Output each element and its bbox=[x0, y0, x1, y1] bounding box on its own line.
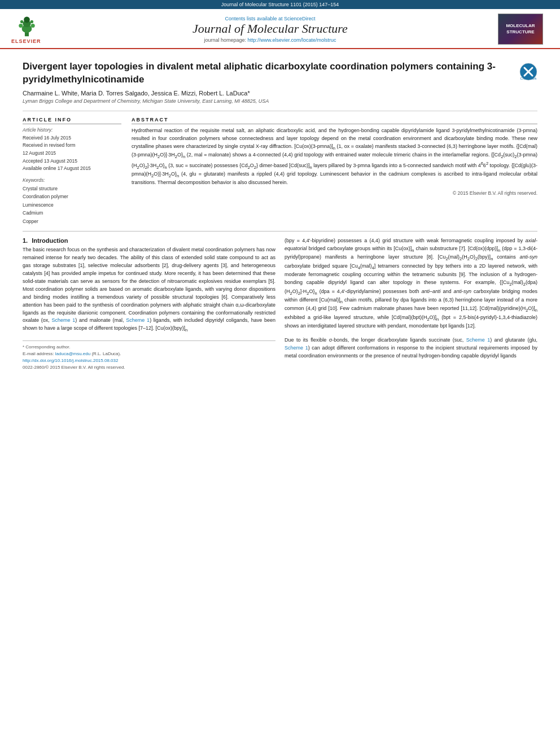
journal-homepage-line: journal homepage: http://www.elsevier.co… bbox=[42, 37, 498, 43]
abstract-text: Hydrothermal reaction of the requisite m… bbox=[132, 127, 537, 187]
journal-header: ELSEVIER Contents lists available at Sci… bbox=[0, 9, 560, 49]
keyword-copper: Copper bbox=[23, 217, 121, 225]
svg-point-4 bbox=[19, 24, 23, 28]
svg-point-6 bbox=[20, 20, 23, 23]
svg-rect-0 bbox=[25, 32, 29, 36]
received-revised-date: 12 August 2015 bbox=[23, 150, 121, 158]
article-info-heading: Article Info bbox=[23, 117, 121, 124]
elsevier-tree-icon bbox=[11, 15, 42, 37]
keyword-luminescence: Luminescence bbox=[23, 201, 121, 209]
doi-link[interactable]: http://dx.doi.org/10.1016/j.molstruc.201… bbox=[23, 358, 118, 363]
email-suffix: (R.L. LaDuca). bbox=[91, 351, 121, 356]
abstract-col: Abstract Hydrothermal reaction of the re… bbox=[132, 117, 537, 225]
received-date: Received 16 July 2015 bbox=[23, 134, 121, 142]
journal-bar: Journal of Molecular Structure 1101 (201… bbox=[0, 0, 560, 9]
scheme1-link-4[interactable]: Scheme 1 bbox=[285, 345, 308, 351]
page-wrapper: Journal of Molecular Structure 1101 (201… bbox=[0, 0, 560, 377]
svg-point-5 bbox=[31, 24, 35, 28]
journal-bar-text: Journal of Molecular Structure 1101 (201… bbox=[221, 2, 339, 7]
scheme1-link-3[interactable]: Scheme 1 bbox=[466, 337, 490, 343]
article-info-abstract: Article Info Article history: Received 1… bbox=[23, 111, 537, 225]
available-date: Available online 17 August 2015 bbox=[23, 165, 121, 173]
article-content: Divergent layer topologies in divalent m… bbox=[0, 49, 560, 377]
email-note: E-mail address: laduca@msu.edu (R.L. LaD… bbox=[23, 351, 275, 357]
journal-header-center: Contents lists available at ScienceDirec… bbox=[42, 16, 498, 43]
corresponding-label: * Corresponding author. bbox=[23, 344, 71, 350]
authors-line: Charmaine L. White, Maria D. Torres Salg… bbox=[23, 90, 513, 97]
authors-text: Charmaine L. White, Maria D. Torres Salg… bbox=[23, 90, 250, 97]
body-col-left: 1. Introduction The basic research focus… bbox=[23, 237, 275, 371]
sciencedirect-line: Contents lists available at ScienceDirec… bbox=[42, 16, 498, 21]
scheme1-link-2[interactable]: Scheme 1 bbox=[126, 317, 150, 323]
keywords-section: Keywords: Crystal structure Coordination… bbox=[23, 177, 121, 225]
section-divider bbox=[23, 231, 537, 231]
article-info-col: Article Info Article history: Received 1… bbox=[23, 117, 121, 225]
intro-title: Introduction bbox=[32, 237, 68, 244]
corresponding-author-note: * Corresponding author. bbox=[23, 344, 275, 351]
intro-number: 1. bbox=[23, 237, 28, 244]
keyword-cadmium: Cadmium bbox=[23, 209, 121, 217]
scheme1-link-1[interactable]: Scheme 1 bbox=[52, 317, 76, 323]
email-label: E-mail address: bbox=[23, 351, 54, 356]
mol-struct-logo-container: MOLECULAR STRUCTURE bbox=[498, 14, 549, 45]
affiliation-line: Lyman Briggs College and Department of C… bbox=[23, 98, 513, 104]
homepage-label: journal homepage: bbox=[204, 37, 246, 43]
article-title: Divergent layer topologies in divalent m… bbox=[23, 60, 513, 86]
doi-line: http://dx.doi.org/10.1016/j.molstruc.201… bbox=[23, 357, 275, 364]
issn-line: 0022-2860/© 2015 Elsevier B.V. All right… bbox=[23, 364, 275, 371]
elsevier-logo: ELSEVIER bbox=[11, 15, 42, 44]
mol-struct-logo-text: MOLECULAR STRUCTURE bbox=[498, 21, 542, 37]
elsevier-label: ELSEVIER bbox=[11, 38, 41, 44]
mol-struct-logo: MOLECULAR STRUCTURE bbox=[498, 14, 543, 45]
abstract-heading: Abstract bbox=[132, 117, 537, 124]
crossmark-badge[interactable]: CrossMark bbox=[519, 63, 537, 81]
keyword-coordination: Coordination polymer bbox=[23, 193, 121, 200]
article-title-section: Divergent layer topologies in divalent m… bbox=[23, 55, 537, 111]
keywords-heading: Keywords: bbox=[23, 177, 121, 183]
sciencedirect-link[interactable]: ScienceDirect bbox=[284, 16, 316, 21]
shows-word: shows bbox=[285, 323, 299, 329]
svg-point-7 bbox=[30, 20, 33, 23]
keyword-crystal: Crystal structure bbox=[23, 185, 121, 193]
received-revised-label: Received in revised form bbox=[23, 142, 121, 150]
history-label: Article history: bbox=[23, 127, 121, 133]
synthesis-word: synthesis bbox=[97, 247, 118, 252]
email-link[interactable]: laduca@msu.edu bbox=[55, 351, 90, 356]
svg-point-3 bbox=[24, 16, 30, 23]
accepted-date: Accepted 13 August 2015 bbox=[23, 158, 121, 165]
intro-heading: 1. Introduction bbox=[23, 237, 275, 244]
journal-title: Journal of Molecular Structure bbox=[42, 21, 498, 36]
body-two-col: 1. Introduction The basic research focus… bbox=[23, 237, 537, 371]
svg-text:CrossMark: CrossMark bbox=[520, 77, 537, 80]
copyright-line: © 2015 Elsevier B.V. All rights reserved… bbox=[132, 190, 537, 196]
intro-paragraph1: The basic research focus on the synthesi… bbox=[23, 246, 275, 334]
footnote-area: * Corresponding author. E-mail address: … bbox=[23, 340, 275, 371]
intro-paragraph3: Due to its flexible σ-bonds, the longer … bbox=[285, 337, 537, 360]
homepage-url[interactable]: http://www.elsevier.com/locate/molstruc bbox=[248, 37, 336, 43]
sciencedirect-label: Contents lists available at bbox=[225, 16, 282, 21]
intro-paragraph2: (bpy = 4,4'-bipyridine) possesses a (4,4… bbox=[285, 237, 537, 330]
body-col-right: (bpy = 4,4'-bipyridine) possesses a (4,4… bbox=[285, 237, 537, 371]
